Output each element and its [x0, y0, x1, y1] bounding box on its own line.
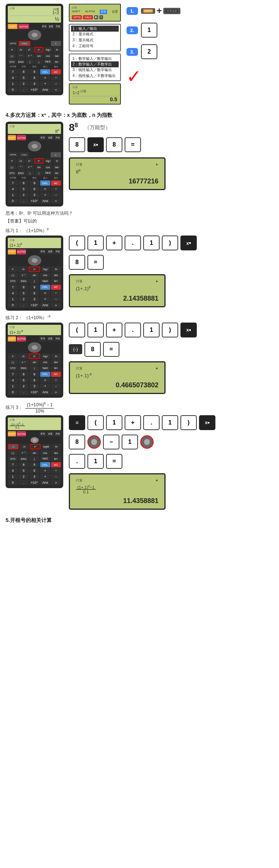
- key-xn-ex3[interactable]: x■: [199, 415, 215, 430]
- key-1-large[interactable]: 1: [141, 23, 157, 38]
- label-row-1: 科学数 求和 整位 输入 输出: [8, 65, 61, 68]
- ex2-disp-expr: (1+.1)-8: [76, 372, 158, 378]
- key-2-large[interactable]: 2: [141, 44, 157, 59]
- calc2-labels: 科学数 求和 整位 输入 输出: [8, 176, 61, 180]
- section3-title: 5.开根号的相关计算: [6, 517, 273, 524]
- key-paren-open[interactable]: (: [69, 236, 85, 250]
- key-xn-1[interactable]: x■: [87, 137, 104, 152]
- step3-row: 3. 2: [126, 44, 157, 59]
- ex1-disp-top: 计算▲: [76, 279, 158, 284]
- key-dot-ex1[interactable]: .: [125, 236, 141, 250]
- calc2-label-row: SHIFT ALPHA 常等 设置 开机: [8, 135, 61, 140]
- key-plus-ex1[interactable]: +: [106, 236, 122, 250]
- key-eq-ex1[interactable]: =: [87, 255, 104, 270]
- key-paren-close-3[interactable]: ): [180, 415, 197, 430]
- ex1-right: ( 1 + . 1 ) x■ 8 = 计算▲: [69, 236, 273, 307]
- key-8-ex1[interactable]: 8: [69, 255, 85, 270]
- key-1b-ex3[interactable]: 1: [162, 415, 178, 430]
- key-eq-1[interactable]: =: [125, 137, 141, 152]
- ex3-disp-expr: (1+.1)8−1 0.1: [76, 484, 158, 494]
- dial-1[interactable]: [87, 435, 101, 449]
- func-row-1: ≡ √x x² xⁿ log√ In: [8, 47, 61, 52]
- example-header: 88 （万能型）: [69, 122, 273, 134]
- section-sqrt: 5.开根号的相关计算: [6, 517, 273, 524]
- key-seq-1: 8 x■ 8 =: [69, 137, 273, 152]
- calc2-123: 1 2 3 + −: [8, 192, 61, 198]
- ex3-right: ≡ ( 1 + . 1 ) x■ 8: [69, 415, 273, 510]
- calculator-5: 计算 (1+.1)8−1 0.1 SHIFT ALPHA 常等: [6, 415, 63, 489]
- nav-cluster-3: [8, 255, 61, 266]
- answer-1: 【答案】可以的: [6, 218, 273, 224]
- key-dot-ex3b[interactable]: .: [69, 454, 85, 469]
- wan-neng-label: （万能型）: [84, 124, 110, 131]
- key-xn-ex1[interactable]: x■: [180, 236, 197, 250]
- ex3-label: 练习 3： (1+10%)8－1 10%: [6, 401, 273, 414]
- key-1-ex3[interactable]: 1: [106, 415, 122, 430]
- key-1b-ex2[interactable]: 1: [143, 323, 160, 337]
- key-1d-ex3[interactable]: 1: [87, 454, 104, 469]
- ex1-keys-row2: 8 =: [69, 255, 273, 270]
- key-dot-ex2[interactable]: .: [125, 323, 141, 337]
- key-minus-ex3[interactable]: −: [103, 435, 119, 449]
- key-paren-close-2[interactable]: ): [162, 323, 178, 337]
- key-paren-open-2[interactable]: (: [69, 323, 85, 337]
- calc2-0: 0 . ×10ˣ Ans =: [8, 198, 61, 204]
- ex3-disp-top: 计算▲: [76, 478, 158, 483]
- calc4-sto: STO ENG ( 5⊕D M+: [8, 366, 61, 371]
- calc3-789: 7 8 9 DEL AC: [8, 285, 61, 290]
- calc4-456: 4 5 6 × ÷: [8, 378, 61, 383]
- key-eq-ex2[interactable]: =: [103, 342, 119, 357]
- red-checkmark: ✓: [126, 67, 141, 86]
- calc4-0: 0 . ×10ˣ Ans =: [8, 390, 61, 395]
- step3-badge: 3.: [126, 48, 138, 56]
- key-equiv-ex3[interactable]: ≡: [69, 415, 85, 430]
- key-neg-ex2[interactable]: (-): [69, 344, 82, 354]
- key-8-ex3[interactable]: 8: [69, 435, 85, 449]
- calc-screen-3: 计算 (1+.1)8: [8, 238, 61, 248]
- calc5-optn: ≡ √x xⁿ logW In: [8, 444, 61, 449]
- ex3-keys-row2: 8 − 1: [69, 435, 273, 449]
- optn-calc-row: OPTN CALC 𝑥: [8, 41, 61, 46]
- key-1b-ex1[interactable]: 1: [143, 236, 160, 250]
- key-xn-ex2[interactable]: x■: [180, 323, 197, 337]
- big-display-ex1: 计算▲ (1+.1)8 2.14358881: [69, 274, 166, 307]
- num-row-456: 4 5 6 × ÷: [8, 75, 61, 80]
- calc5-sto: STO ENG ( 5⊕D M+: [8, 456, 61, 461]
- key-1-ex1[interactable]: 1: [87, 236, 104, 250]
- key-dot-ex3[interactable]: .: [143, 415, 160, 430]
- key-8-1[interactable]: 8: [69, 137, 85, 152]
- page-container: 计算 1÷2计算 ½ SHIFT ALPHA 常等 设置 开机: [0, 0, 279, 535]
- ex1-disp-expr: (1+.1)8: [76, 285, 158, 291]
- key-paren-close[interactable]: ): [162, 236, 178, 250]
- exercise3-section: 练习 3： (1+10%)8－1 10% 计算 (1+.1)8−1: [6, 401, 273, 510]
- screens-col: 计算 SHIFTALPHA常等设置 OPTN CALC ▶ x 1：输入／输出 …: [69, 4, 121, 105]
- calc-screen-4: 计算 (1+.1)-8: [8, 325, 61, 335]
- key-plus-ex3[interactable]: +: [125, 415, 141, 430]
- key-1-ex2[interactable]: 1: [87, 323, 104, 337]
- ex2-keys-row2: (-) 8 =: [69, 342, 273, 357]
- key-1c-ex3[interactable]: 1: [122, 435, 138, 449]
- menu-item-23: 3：线性输入／数学输出: [73, 67, 117, 73]
- dial-2[interactable]: [140, 435, 154, 449]
- menu-item-3: 3：显示格式: [73, 37, 117, 43]
- calc-label-row: SHIFT ALPHA 常等 设置 开机: [8, 24, 61, 29]
- calculator-4: 计算 (1+.1)-8 SHIFT ALPHA 常等 设置 开机: [6, 323, 63, 398]
- key-eq-ex3[interactable]: =: [106, 454, 122, 469]
- shift-key-large: SHIFT: [141, 8, 155, 14]
- big-display-ex3: 计算▲ (1+.1)8−1 0.1 11.4358881: [69, 473, 166, 510]
- power-display: 88: [69, 122, 78, 134]
- key-8-ex2[interactable]: 8: [84, 342, 101, 357]
- key-paren-open-3[interactable]: (: [87, 415, 104, 430]
- menu-item-4: 4：工程符号: [73, 43, 117, 49]
- menu-box-2: 1：数学输入／数学输出 2：数学输入／不数学出 3：线性输入／数学输出 4：线性…: [69, 54, 121, 81]
- display-top-1: 计算▲: [76, 162, 158, 167]
- section2-title: 4.多次方运算：xⁿ，其中：x 为底数，n 为指数: [6, 112, 273, 119]
- key-8-2[interactable]: 8: [106, 137, 122, 152]
- ex3-keys-row1: ≡ ( 1 + . 1 ) x■: [69, 415, 273, 430]
- calc5-456: 4 5 6 × ÷: [8, 468, 61, 473]
- section2-main: 计算 88 SHIFT ALPHA 常等 设置 开机 OPTN CALC: [6, 122, 273, 207]
- calc5-func2: (-) x⁻¹ sin cos tan: [8, 450, 61, 455]
- key-plus-ex2[interactable]: +: [106, 323, 122, 337]
- num-row-123: 1 2 3 + −: [8, 81, 61, 86]
- exercise2-section: 练习 2： （1+10%）−8 计算 (1+.1)-8 SHIFT ALPHA …: [6, 314, 273, 398]
